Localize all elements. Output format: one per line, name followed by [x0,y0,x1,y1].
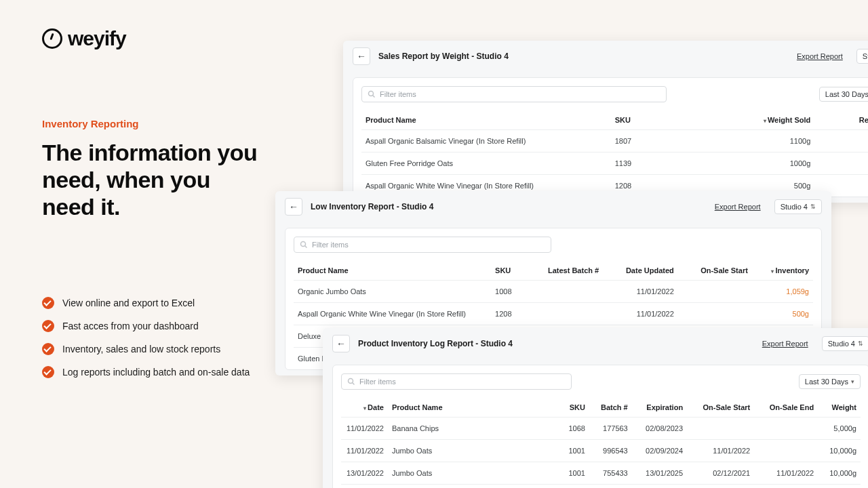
brand-name: weyify [68,27,126,50]
table-row[interactable]: 13/01/2022Jumbo Oats100175543313/01/2025… [341,462,861,485]
col-revenue[interactable]: Reve [814,110,868,130]
search-icon [347,378,355,386]
table-row[interactable]: 11/01/2022Jumbo Oats100199654302/09/2024… [341,440,861,462]
col-date-updated[interactable]: Date Updated [603,261,678,281]
toolbar: Filter items Last 30 Days▾ [341,373,861,390]
col-expiration[interactable]: Expiration [632,398,687,418]
col-inventory[interactable]: ▾Inventory [752,261,813,281]
table-row[interactable]: Aspall Organic White Wine Vinegar (In St… [294,303,813,325]
logo-mark-icon [42,28,62,49]
bullet-item: Inventory, sales and low stock reports [42,343,266,355]
filter-input[interactable]: Filter items [361,86,667,102]
studio-selector[interactable]: Studio 4⇅ [822,336,868,351]
check-icon [42,366,54,378]
filter-input[interactable]: Filter items [341,373,572,390]
bullet-item: Log reports including batch and on-sale … [42,366,266,378]
col-product[interactable]: Product Name [294,261,491,281]
bullet-text: View online and export to Excel [62,298,195,308]
panel-title: Sales Report by Weight - Studio 4 [378,52,789,61]
col-weight-sold[interactable]: ▾Weight Sold [674,110,815,130]
panel-header: ← Product Inventory Log Report - Studio … [323,328,868,359]
check-icon [42,297,54,309]
table-row[interactable]: Gluten Free Porridge Oats11391000g [361,152,868,175]
chevron-down-icon: ▾ [851,378,854,385]
svg-line-1 [373,96,375,98]
search-icon [300,241,308,249]
bullet-item: Fast acces from your dashboard [42,320,266,332]
sort-icon: ⇅ [810,203,816,210]
studio-selector[interactable]: Studio 4⇅ [774,199,822,214]
col-date[interactable]: ▾Date [341,398,388,418]
col-product[interactable]: Product Name [388,398,559,418]
sort-icon: ⇅ [858,340,863,347]
filter-placeholder: Filter items [312,241,349,249]
col-sku[interactable]: SKU [559,398,589,418]
feature-bullets: View online and export to Excel Fast acc… [42,297,266,389]
svg-line-3 [305,246,307,248]
bullet-item: View online and export to Excel [42,297,266,309]
date-range-selector[interactable]: Last 30 Days▾ [799,374,861,389]
back-button[interactable]: ← [332,335,350,352]
arrow-left-icon: ← [336,338,346,349]
svg-line-5 [353,383,355,385]
sort-desc-icon: ▾ [363,405,366,411]
panel-header: ← Low Inventory Report - Studio 4 Export… [275,191,831,222]
filter-placeholder: Filter items [380,90,416,98]
back-button[interactable]: ← [353,47,370,65]
panel-title: Product Inventory Log Report - Studio 4 [358,339,754,348]
table-row[interactable]: Organic Jumbo Oats100811/01/20221,059g [294,281,813,303]
col-product[interactable]: Product Name [361,110,611,130]
studio-selector[interactable]: Studio [856,49,868,64]
inventory-log-table: ▾Date Product Name SKU Batch # Expiratio… [341,398,861,488]
svg-point-2 [301,242,306,247]
col-onsale-start[interactable]: On-Sale Start [678,261,752,281]
hero-headline: The information you need, when you need … [42,139,259,220]
sort-desc-icon: ▾ [771,268,774,274]
date-range-selector[interactable]: Last 30 Days▾ [819,87,868,102]
svg-point-0 [369,92,374,96]
brand-logo: weyify [42,27,126,50]
toolbar: Filter items [294,237,813,253]
arrow-left-icon: ← [357,51,366,62]
hero-copy: Inventory Reporting The information you … [42,118,259,220]
check-icon [42,320,54,332]
bullet-text: Log reports including batch and on-sale … [62,367,250,378]
col-sku[interactable]: SKU [611,110,674,130]
table-row[interactable]: Aspall Organic Balsamic Vinegar (In Stor… [361,130,868,152]
panel-inventory-log: ← Product Inventory Log Report - Studio … [323,328,868,488]
arrow-left-icon: ← [289,201,298,212]
table-row[interactable]: 17/12/2021Aspall Organic Balsamic Vinega… [341,485,861,489]
col-latest-batch[interactable]: Latest Batch # [524,261,603,281]
col-onsale-start[interactable]: On-Sale Start [687,398,754,418]
panel-sales-report: ← Sales Report by Weight - Studio 4 Expo… [343,41,868,203]
panel-header: ← Sales Report by Weight - Studio 4 Expo… [343,41,868,72]
back-button[interactable]: ← [285,198,302,216]
export-report-link[interactable]: Export Report [797,52,843,60]
col-sku[interactable]: SKU [491,261,524,281]
col-batch[interactable]: Batch # [589,398,632,418]
col-weight[interactable]: Weight [818,398,861,418]
export-report-link[interactable]: Export Report [715,203,761,211]
sales-table: Product Name SKU ▾Weight Sold Reve Aspal… [361,110,868,197]
panel-card: Filter items Last 30 Days▾ ▾Date Product… [332,365,868,488]
hero-eyebrow: Inventory Reporting [42,118,259,129]
filter-placeholder: Filter items [359,378,396,386]
table-row[interactable]: 11/01/2022Banana Chips106817756302/08/20… [341,418,861,440]
col-onsale-end[interactable]: On-Sale End [754,398,818,418]
svg-point-4 [349,379,353,384]
bullet-text: Inventory, sales and low stock reports [62,344,220,354]
panel-card: Filter items Last 30 Days▾ Product Name … [353,77,868,197]
search-icon [368,90,376,98]
sort-desc-icon: ▾ [764,118,766,124]
check-icon [42,343,54,355]
filter-input[interactable]: Filter items [294,237,551,253]
panel-title: Low Inventory Report - Studio 4 [311,202,707,211]
toolbar: Filter items Last 30 Days▾ [361,86,868,102]
export-report-link[interactable]: Export Report [762,340,808,348]
bullet-text: Fast acces from your dashboard [62,321,199,331]
